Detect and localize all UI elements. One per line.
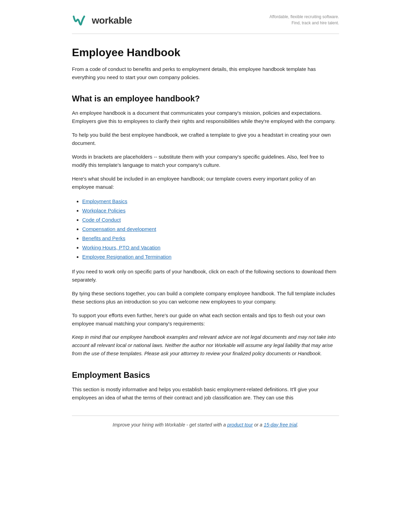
working-hours-link[interactable]: Working Hours, PTO and Vacation (82, 245, 160, 250)
compensation-link[interactable]: Compensation and development (82, 226, 156, 232)
section1-p5: If you need to work only on specific par… (72, 268, 339, 284)
list-item: Employee Resignation and Termination (82, 252, 339, 261)
resignation-termination-link[interactable]: Employee Resignation and Termination (82, 254, 172, 260)
page-footer: Improve your hiring with Workable - get … (72, 416, 339, 428)
handbook-sections-list: Employment Basics Workplace Policies Cod… (82, 197, 339, 261)
section1-p4: Here's what should be included in an emp… (72, 175, 339, 191)
logo-text: workable (92, 15, 132, 26)
list-item: Workplace Policies (82, 206, 339, 215)
section1-p2: To help you build the best employee hand… (72, 131, 339, 147)
section1-p1: An employee handbook is a document that … (72, 109, 339, 125)
section1-title: What is an employee handbook? (72, 94, 339, 103)
page-header: workable Affordable, flexible recruiting… (72, 14, 339, 34)
header-tagline: Affordable, flexible recruiting software… (270, 14, 339, 26)
footer-text-before: Improve your hiring with Workable - get … (113, 422, 227, 428)
list-item: Compensation and development (82, 224, 339, 234)
employment-basics-link[interactable]: Employment Basics (82, 198, 127, 204)
legal-notice: Keep in mind that our employee handbook … (72, 333, 339, 358)
section2-p1: This section is mostly informative and h… (72, 385, 339, 402)
section1-p6: By tying these sections together, you ca… (72, 289, 339, 306)
logo-area: workable (72, 14, 132, 27)
list-item: Working Hours, PTO and Vacation (82, 243, 339, 252)
footer-text-between: or a (253, 422, 264, 428)
page-title: Employee Handbook (72, 46, 339, 59)
workable-logo-icon (72, 14, 89, 27)
intro-paragraph: From a code of conduct to benefits and p… (72, 65, 339, 82)
free-trial-link[interactable]: 15-day free trial (264, 422, 297, 428)
benefits-perks-link[interactable]: Benefits and Perks (82, 235, 125, 241)
workplace-policies-link[interactable]: Workplace Policies (82, 208, 125, 213)
product-tour-link[interactable]: product tour (227, 422, 253, 428)
section2-title: Employment Basics (72, 370, 339, 380)
section1-p3: Words in brackets are placeholders -- su… (72, 153, 339, 169)
list-item: Benefits and Perks (82, 234, 339, 243)
list-item: Employment Basics (82, 197, 339, 206)
footer-text-after: . (297, 422, 298, 428)
list-item: Code of Conduct (82, 215, 339, 224)
section1-p7: To support your efforts even further, he… (72, 311, 339, 328)
code-of-conduct-link[interactable]: Code of Conduct (82, 217, 121, 223)
